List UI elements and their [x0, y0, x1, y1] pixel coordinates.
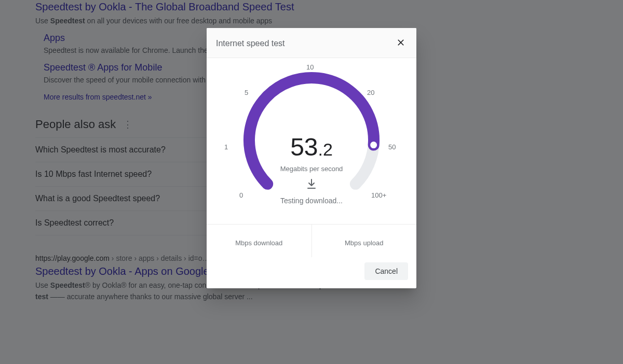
gauge-tick-5: 5 [245, 89, 248, 96]
download-column: Mbps download [207, 225, 312, 257]
download-icon [305, 178, 318, 190]
gauge-tick-20: 20 [367, 89, 374, 96]
close-icon [396, 37, 406, 48]
upload-column: Mbps upload [312, 225, 417, 257]
gauge-tick-10: 10 [306, 63, 314, 71]
gauge-value: 53.2 [207, 135, 416, 160]
close-button[interactable] [394, 35, 408, 51]
dialog-title: Internet speed test [216, 39, 285, 48]
gauge-unit: Megabits per second [207, 165, 416, 173]
dialog-header: Internet speed test [207, 28, 416, 58]
cancel-button[interactable]: Cancel [364, 262, 408, 280]
status-text: Testing download... [207, 197, 416, 205]
gauge: 0 1 5 10 20 50 100+ 53.2 Megabits per se… [207, 58, 416, 224]
gauge-center: 53.2 Megabits per second Testing downloa… [207, 135, 416, 205]
speed-test-dialog: Internet speed test 0 1 5 10 20 50 [207, 28, 416, 288]
results-row: Mbps download Mbps upload [207, 224, 416, 257]
dialog-footer: Cancel [207, 257, 416, 288]
modal-overlay[interactable]: Internet speed test 0 1 5 10 20 50 [0, 0, 623, 364]
